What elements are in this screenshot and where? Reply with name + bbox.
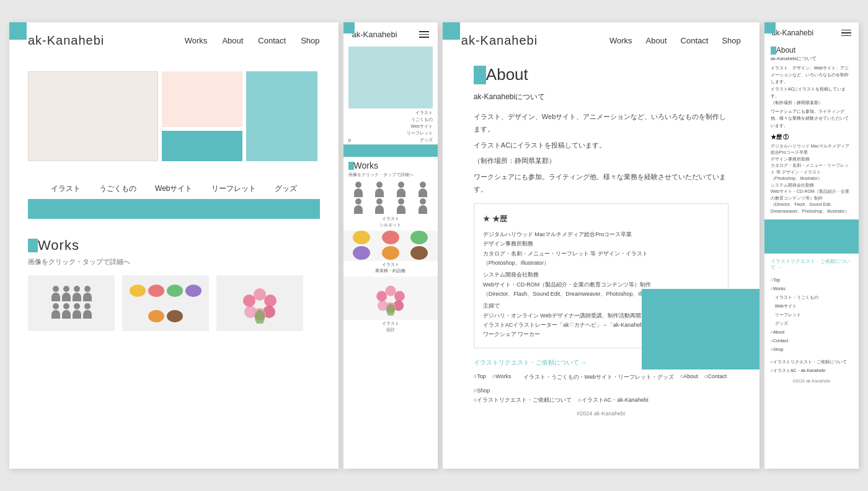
mfn-4[interactable]: リーフレット xyxy=(771,311,852,319)
svg-point-1 xyxy=(264,294,277,307)
mfn2-0[interactable]: ○イラストリクエスト・ご依頼について xyxy=(771,358,852,366)
mobile-about-link[interactable]: イラストリクエスト・ご依頼について → xyxy=(764,256,859,273)
nav-shop-about[interactable]: Shop xyxy=(722,36,740,45)
logo-1[interactable]: ak-Kanahebi xyxy=(28,33,104,48)
panel-mobile-home: ak-Kanahebi 0 イラスト うごくもの Webサイト リーフレット グ… xyxy=(343,22,438,469)
mobile-flower-svg xyxy=(372,281,409,316)
career-item-2: カタログ・名刺・メニュー・リーフレット 等 デザイン・イラスト xyxy=(483,249,719,259)
career-item-3: （Photoshop、Illustrator） xyxy=(483,259,719,268)
mobile-footer-nav-2: ○イラストリクエスト・ご依頼について ○イラストAC・ak-Kanahebi xyxy=(764,356,859,376)
hero-img-4 xyxy=(246,71,317,161)
tab-web[interactable]: Webサイト xyxy=(155,184,192,194)
hamburger-about[interactable] xyxy=(841,30,851,37)
header-mobile-about: ak-Kanahebi xyxy=(764,22,859,43)
tab-goods[interactable]: グッズ xyxy=(275,184,297,194)
nav-works[interactable]: Works xyxy=(185,36,208,45)
corner-accent-2 xyxy=(343,22,355,33)
nav-contact-about[interactable]: Contact xyxy=(681,36,709,45)
mfn-6[interactable]: ○About xyxy=(771,328,852,337)
career-star: ★ xyxy=(483,213,490,225)
mobile-sil-label: イラストシルエット xyxy=(343,215,438,231)
mobile-desc-4: ワークシェアにも参加。ライティング他、様々な業務を経験させていただいています。 xyxy=(771,108,852,129)
hamburger-about-3 xyxy=(841,35,851,37)
mfn2-1[interactable]: ○イラストAC・ak-Kanahebi xyxy=(771,366,852,375)
footer-link-top[interactable]: ○Top xyxy=(474,373,486,381)
mobile-copyright: #2024 ak-Kanahebi xyxy=(764,376,859,386)
hamburger-line-1 xyxy=(419,31,429,32)
footer-link-about[interactable]: ○About xyxy=(680,373,698,381)
hero-images xyxy=(9,65,339,167)
svg-point-0 xyxy=(254,288,266,301)
logo-about[interactable]: ak-Kanahebi xyxy=(461,33,538,48)
hamburger-line-2 xyxy=(419,34,429,35)
about-title-row: A bout xyxy=(474,65,728,84)
logo-mobile[interactable]: ak-Kanahebi xyxy=(352,30,397,39)
mobile-about-accent xyxy=(771,46,776,55)
label-illust: イラスト xyxy=(415,110,433,116)
mobile-desc-3: （制作場所：静岡県某郡） xyxy=(771,99,852,106)
nav-about[interactable]: About xyxy=(222,36,243,45)
mfn-5[interactable]: グッズ xyxy=(771,319,852,328)
corner-accent-4 xyxy=(764,22,776,33)
footer-link-contact[interactable]: ○Contact xyxy=(704,373,727,381)
about-desc-1: イラスト、デザイン、Webサイト、アニメーションなど、いろいろなものを制作します… xyxy=(474,111,728,136)
work-card-silhouette[interactable] xyxy=(28,275,115,331)
nav-about-page: Works About Contact Shop xyxy=(609,36,741,45)
mobile-macarons xyxy=(343,231,438,261)
mobile-nav-labels: イラスト うごくもの Webサイト リーフレット グッズ xyxy=(407,110,433,143)
svg-point-12 xyxy=(376,291,387,301)
hamburger-menu[interactable] xyxy=(419,31,429,38)
mfn-0[interactable]: ○Top xyxy=(771,276,852,285)
tab-moving[interactable]: うごくもの xyxy=(99,184,136,194)
work-card-flower[interactable] xyxy=(216,275,303,331)
tab-bar xyxy=(28,199,320,219)
nav-contact[interactable]: Contact xyxy=(258,36,286,45)
mfn-7[interactable]: ○Contact xyxy=(771,337,852,345)
mobile-hero-img xyxy=(348,46,433,108)
footer-link-ac[interactable]: ○イラストAC・ak-Kanahebi xyxy=(578,396,648,404)
about-footer-links-2: ○イラストリクエスト・ご依頼について ○イラストAC・ak-Kanahebi xyxy=(443,394,760,407)
logo-mobile-about[interactable]: ak-Kanahebi xyxy=(772,29,813,37)
mobile-desc-2: イラストACにイラストを投稿しています。 xyxy=(771,86,852,99)
tab-leaflet[interactable]: リーフレット xyxy=(211,184,256,194)
mfn-8[interactable]: ○Shop xyxy=(771,345,852,354)
work-card-macarons[interactable] xyxy=(122,275,209,331)
works-subtitle: 画像をクリック・タップで詳細へ xyxy=(28,257,320,267)
panel-desktop-about: ak-Kanahebi Works About Contact Shop A b… xyxy=(443,22,760,469)
mobile-teal-bar xyxy=(343,144,438,157)
nav-about-about[interactable]: About xyxy=(646,36,667,45)
about-desc-3: （制作場所：静岡県某郡） xyxy=(474,155,728,167)
mfn-2: イラスト・うごくもの xyxy=(771,293,852,302)
mobile-mac-label: イラスト果実柄・約品種 xyxy=(343,261,438,276)
tab-illust[interactable]: イラスト xyxy=(51,184,81,194)
career-item-4: システム開発会社勤務 xyxy=(483,270,719,280)
header-mobile: ak-Kanahebi xyxy=(343,22,438,46)
svg-point-7 xyxy=(385,285,396,296)
label-web: Webサイト xyxy=(411,123,433,130)
nav-works-about[interactable]: Works xyxy=(609,36,632,45)
mc-1: デザイン事務所勤務 xyxy=(771,156,852,163)
about-subtitle: ak-Kanahebiについて xyxy=(474,92,728,102)
hamburger-line-3 xyxy=(419,37,429,38)
footer-link-request[interactable]: ○イラストリクエスト・ご依頼について xyxy=(474,396,572,404)
footer-link-works[interactable]: ○Works xyxy=(492,373,512,381)
mfn-1[interactable]: ○Works xyxy=(771,285,852,293)
mobile-works-title: Works xyxy=(354,161,378,170)
about-desc-4-wrap: ワークシェアにも参加。ライティング他、様々な業務を経験させていただいています。 xyxy=(474,171,728,196)
label-leaflet: リーフレット xyxy=(407,130,433,136)
mobile-works-accent xyxy=(348,162,354,170)
mobile-career: ★歴 ① デジタルハリウッド Macマルチメディア総合Proコース卒業 デザイン… xyxy=(764,131,859,218)
about-link[interactable]: イラストリクエスト・ご依頼について → xyxy=(474,359,587,366)
nav-shop[interactable]: Shop xyxy=(301,36,319,45)
career-item-0: デジタルハリウッド Macマルチメディア総合Proコース卒業 xyxy=(483,230,719,239)
svg-point-5 xyxy=(243,294,255,307)
mobile-career-text: デジタルハリウッド Macマルチメディア総合Proコース卒業 デザイン事務所勤務… xyxy=(771,143,852,215)
mobile-about-title-row: About ak-Kanahebiについて イラスト、デザイン、Webサイト、ア… xyxy=(764,43,859,131)
mobile-footer-nav: ○Top ○Works イラスト・うごくもの Webサイト リーフレット グッズ… xyxy=(764,273,859,356)
hero-img-2 xyxy=(162,71,242,127)
mfn-3[interactable]: Webサイト xyxy=(771,302,852,311)
works-accent xyxy=(28,239,38,252)
about-desc-4: ワークシェアにも参加。ライティング他、様々な業務を経験させていただいています。 xyxy=(474,171,728,196)
header-1: ak-Kanahebi Works About Contact Shop xyxy=(9,22,339,59)
footer-link-shop[interactable]: ○Shop xyxy=(474,387,490,394)
